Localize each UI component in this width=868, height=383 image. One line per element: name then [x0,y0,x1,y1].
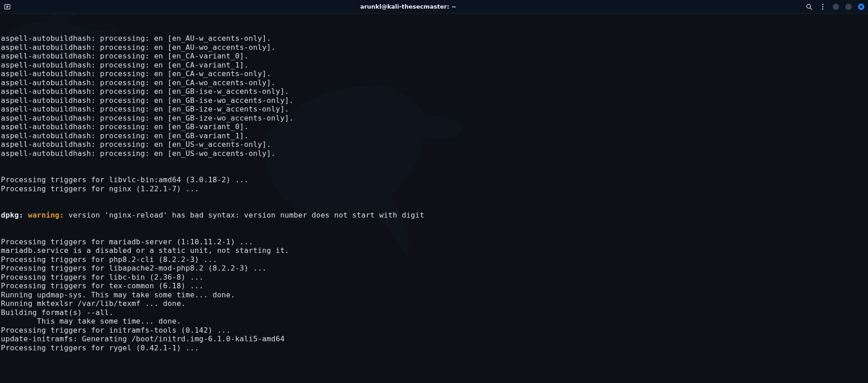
svg-point-2 [822,4,824,5]
output-line: Processing triggers for libc-bin (2.36-8… [1,273,867,282]
output-line: aspell-autobuildhash: processing: en [en… [1,131,867,141]
blank-line [1,370,867,379]
output-line: Processing triggers for rygel (0.42.1-1)… [1,344,867,353]
maximize-button[interactable] [845,4,852,10]
post-warning-block: Processing triggers for mariadb-server (… [1,238,867,353]
titlebar: arunkl@kali-thesecmaster: ~ [0,0,868,14]
output-line: Running mktexlsr /var/lib/texmf ... done… [1,299,867,308]
output-line: Processing triggers for libapache2-mod-p… [1,264,867,273]
output-line: aspell-autobuildhash: processing: en [en… [1,52,867,61]
new-tab-icon[interactable] [4,3,11,10]
search-icon[interactable] [806,3,813,10]
output-line: aspell-autobuildhash: processing: en [en… [1,105,867,114]
minimize-button[interactable] [833,4,839,10]
dpkg-warning-rest: version 'nginx-reload' has bad syntax: v… [64,211,424,219]
output-line: Processing triggers for libvlc-bin:amd64… [1,175,867,184]
aspell-output-block: aspell-autobuildhash: processing: en [en… [1,34,867,158]
dpkg-warning-label: warning: [28,211,64,219]
output-line: aspell-autobuildhash: processing: en [en… [1,43,867,52]
dpkg-prefix: dpkg: [1,211,28,219]
output-line: aspell-autobuildhash: processing: en [en… [1,122,867,131]
post-aspell-block: Processing triggers for libvlc-bin:amd64… [1,175,867,193]
output-line: aspell-autobuildhash: processing: en [en… [1,61,867,70]
output-line: aspell-autobuildhash: processing: en [en… [1,96,867,105]
output-line: aspell-autobuildhash: processing: en [en… [1,149,867,158]
menu-icon[interactable] [819,3,826,10]
output-line: aspell-autobuildhash: processing: en [en… [1,78,867,87]
output-line: Processing triggers for mariadb-server (… [1,238,867,247]
close-button[interactable] [858,4,864,10]
output-line: Building format(s) --all. [1,308,867,317]
output-line: mariadb.service is a disabled or a stati… [1,246,867,255]
terminal-viewport[interactable]: aspell-autobuildhash: processing: en [en… [0,14,868,383]
dpkg-warning-line: dpkg: warning: version 'nginx-reload' ha… [1,211,867,220]
svg-point-3 [822,6,824,7]
output-line: aspell-autobuildhash: processing: en [en… [1,114,867,123]
output-line: Processing triggers for php8.2-cli (8.2.… [1,255,867,264]
window-title: arunkl@kali-thesecmaster: ~ [15,3,801,10]
output-line: aspell-autobuildhash: processing: en [en… [1,87,867,96]
svg-point-4 [822,8,824,10]
output-line: aspell-autobuildhash: processing: en [en… [1,69,867,78]
output-line: aspell-autobuildhash: processing: en [en… [1,34,867,43]
output-line: Processing triggers for initramfs-tools … [1,326,867,335]
output-line: Processing triggers for tex-common (6.18… [1,281,867,291]
output-line: Processing triggers for nginx (1.22.1-7)… [1,184,867,194]
output-line: update-initramfs: Generating /boot/initr… [1,335,867,344]
output-line: aspell-autobuildhash: processing: en [en… [1,140,867,149]
output-line: Running updmap-sys. This may take some t… [1,291,867,300]
output-line: This may take some time... done. [1,317,867,326]
